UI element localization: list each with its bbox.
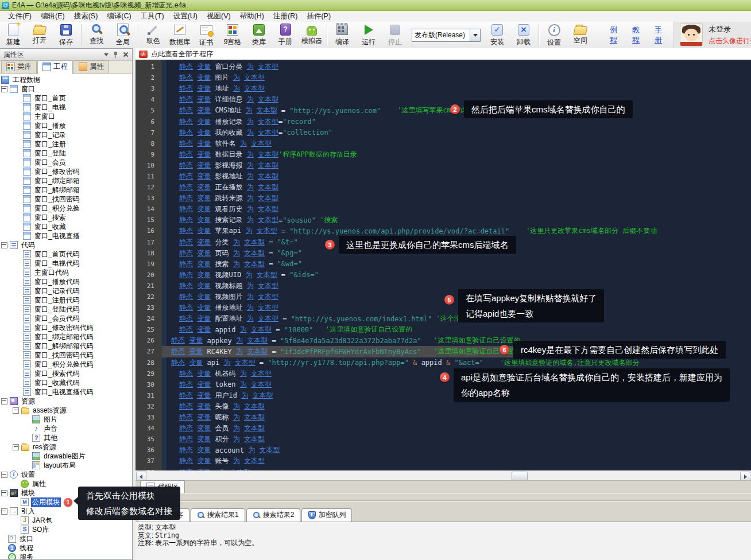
- tree-item[interactable]: SO库: [0, 525, 132, 534]
- tree-item[interactable]: 窗口_登陆代码: [0, 305, 132, 314]
- menu-item[interactable]: 视图(V): [202, 11, 235, 22]
- tutorials-link[interactable]: 教程: [632, 25, 640, 45]
- code-line[interactable]: 33静态 变量 昵称 为 文本型: [136, 412, 751, 423]
- menu-item[interactable]: 工具(T): [136, 11, 169, 22]
- code-line[interactable]: 12静态 变量 正在播放 为 文本型: [136, 182, 751, 193]
- scroll-left-icon[interactable]: [136, 472, 146, 481]
- code-line[interactable]: 25静态 变量 appid 为 文本型 = "10000" '这里填如意验证自己…: [136, 324, 751, 335]
- tree-item[interactable]: 窗口_首页: [0, 94, 132, 103]
- tree-item[interactable]: 窗口_积分兑换: [0, 204, 132, 213]
- handbook-link[interactable]: 手册: [655, 25, 662, 45]
- collapse-icon[interactable]: [1, 472, 7, 478]
- code-line[interactable]: 24静态 变量 配置地址 为 文本型 = "http://ys.yuenos.c…: [136, 313, 751, 324]
- build-config-dropdown[interactable]: 发布版(Release): [412, 22, 481, 48]
- tree-item[interactable]: 窗口_搜索代码: [0, 369, 132, 378]
- manual-button[interactable]: 手册: [272, 22, 299, 48]
- collapse-icon[interactable]: [1, 398, 7, 405]
- collapse-icon[interactable]: [1, 508, 7, 515]
- tree-item[interactable]: 接口: [0, 534, 132, 543]
- settings-button[interactable]: 设置: [541, 22, 567, 48]
- panel-menu-icon[interactable]: [102, 50, 110, 59]
- uninstall-button[interactable]: 卸载: [510, 22, 537, 48]
- tree-item[interactable]: 窗口_会员: [0, 158, 132, 167]
- chevron-down-icon[interactable]: [470, 29, 480, 41]
- avatar[interactable]: [680, 24, 703, 46]
- tree-item[interactable]: 图片: [0, 415, 132, 424]
- tree-item[interactable]: 窗口_首页代码: [0, 250, 132, 259]
- tree-item[interactable]: 窗口_修改密码代码: [0, 323, 132, 332]
- collapse-icon[interactable]: [1, 86, 7, 92]
- menu-item[interactable]: 搜索(S): [69, 11, 103, 22]
- menu-item[interactable]: 编辑(E): [36, 11, 69, 22]
- tree-item[interactable]: 窗口_注册: [0, 139, 132, 149]
- tree-item[interactable]: 线程: [0, 543, 132, 553]
- login-action-link[interactable]: 点击头像进行登录: [709, 36, 751, 46]
- tab-encrypt-queue[interactable]: 加密队列: [301, 508, 352, 522]
- code-line[interactable]: 35静态 变量 积分 为 文本型: [136, 434, 751, 445]
- tree-item[interactable]: 窗口_记录代码: [0, 286, 132, 295]
- tree-item[interactable]: 声音: [0, 424, 132, 433]
- emulator-button[interactable]: 模拟器: [299, 22, 325, 48]
- save-button[interactable]: 保存: [53, 22, 79, 48]
- tree-item[interactable]: 窗口_记录: [0, 130, 132, 139]
- install-button[interactable]: 安装: [484, 22, 510, 48]
- code-line[interactable]: 1静态 变量 窗口分类 为 文本型: [136, 61, 751, 72]
- tree-item[interactable]: 代码: [0, 240, 132, 250]
- code-line[interactable]: 37静态 变量 账号 为 文本型: [136, 456, 751, 466]
- tree-item[interactable]: 窗口_播放代码: [0, 277, 132, 286]
- tree-item[interactable]: 窗口_收藏: [0, 222, 132, 231]
- tree-item[interactable]: 窗口_电视直播代码: [0, 387, 132, 396]
- code-line[interactable]: 4静态 变量 详细信息 为 文本型: [136, 94, 751, 105]
- code-line[interactable]: 32静态 变量 头像 为 文本型: [136, 401, 751, 412]
- menu-item[interactable]: 编译(C): [102, 11, 136, 22]
- run-button[interactable]: 运行: [355, 22, 382, 48]
- code-line[interactable]: 5静态 变量 CMS地址 为 文本型 = "http://ys.yuenos.c…: [136, 105, 751, 116]
- color-pick-button[interactable]: 取色: [140, 22, 167, 48]
- menu-item[interactable]: 注册(R): [269, 11, 302, 22]
- tab-properties[interactable]: 属性: [73, 60, 109, 73]
- code-line[interactable]: 22静态 变量 视频图片 为 文本型: [136, 291, 751, 302]
- grid9-button[interactable]: 9宫格: [219, 22, 246, 48]
- tree-item[interactable]: 窗口_绑定邮箱代码: [0, 332, 132, 341]
- tree-item[interactable]: 窗口_找回密码: [0, 195, 132, 204]
- open-button[interactable]: 打开: [26, 22, 53, 48]
- code-line[interactable]: 21静态 变量 视频标题 为 文本型: [136, 281, 751, 291]
- tree-item[interactable]: 窗口_注册代码: [0, 295, 132, 305]
- database-button[interactable]: 数据库: [167, 22, 193, 48]
- tree-item[interactable]: 窗口_会员代码: [0, 314, 132, 323]
- menu-item[interactable]: 帮助(H): [235, 11, 269, 22]
- tree-item[interactable]: 窗口_修改密码: [0, 167, 132, 176]
- code-line[interactable]: 15静态 变量 搜索记录 为 文本型="sousuo" '搜索: [136, 215, 751, 225]
- tree-item[interactable]: 窗口_登陆: [0, 149, 132, 158]
- code-line[interactable]: 34静态 变量 会员 为 文本型: [136, 423, 751, 434]
- scrollbar-thumb[interactable]: [512, 472, 528, 481]
- tree-item[interactable]: 窗口_电视直播: [0, 231, 132, 240]
- collapse-icon[interactable]: [13, 407, 19, 414]
- menu-item[interactable]: 设置(U): [169, 11, 202, 22]
- tree-item[interactable]: assets资源: [0, 406, 132, 415]
- menu-item[interactable]: 插件(P): [302, 11, 335, 22]
- horizontal-scrollbar[interactable]: [136, 470, 751, 480]
- code-line[interactable]: 36静态 变量 account 为 文本型: [136, 445, 751, 456]
- tree-item[interactable]: drawable图片: [0, 452, 132, 461]
- code-line[interactable]: 3静态 变量 地址 为 文本型: [136, 83, 751, 94]
- code-line[interactable]: 20静态 变量 视频UID 为 文本型 = "&ids=": [136, 270, 751, 281]
- tree-item[interactable]: 窗口: [0, 84, 132, 94]
- tree-item[interactable]: res资源: [0, 442, 132, 452]
- library-button[interactable]: 类库: [246, 22, 272, 48]
- workspace-button[interactable]: 空间: [567, 22, 594, 48]
- code-line[interactable]: 14静态 变量 观看历史 为 文本型: [136, 204, 751, 215]
- tree-item[interactable]: layout布局: [0, 461, 132, 470]
- code-line[interactable]: 28静态 变量 api 为 文本型 = "http://yr.y1778.top…: [136, 357, 751, 368]
- code-line[interactable]: 23静态 变量 播放地址 为 文本型: [136, 302, 751, 313]
- tree-item[interactable]: 窗口_解绑邮箱: [0, 185, 132, 195]
- tree-item[interactable]: 服务: [0, 553, 132, 559]
- code-line[interactable]: 16静态 变量 苹果api 为 文本型 = "http://ys.yuenos.…: [136, 225, 751, 236]
- pin-icon[interactable]: [112, 50, 120, 59]
- close-icon[interactable]: [122, 50, 130, 59]
- code-line[interactable]: 6静态 变量 播放记录 为 文本型="record": [136, 116, 751, 127]
- tree-item[interactable]: 资源: [0, 396, 132, 406]
- tree-item[interactable]: 其他: [0, 433, 132, 442]
- tree-item[interactable]: 主窗口代码: [0, 268, 132, 277]
- tree-item[interactable]: 窗口_解绑邮箱代码: [0, 341, 132, 351]
